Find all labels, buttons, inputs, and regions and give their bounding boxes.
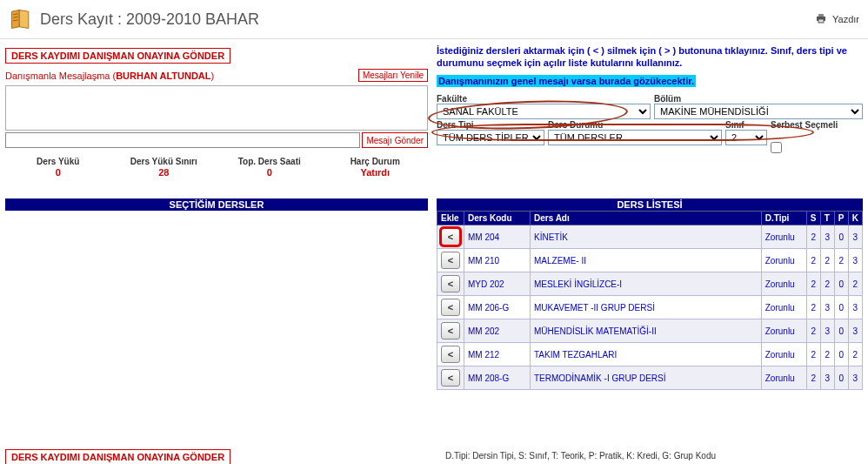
course-t: 3: [820, 296, 834, 319]
course-code: MYD 202: [464, 272, 531, 296]
course-code: MM 206-G: [464, 296, 531, 319]
course-type: Zorunlu: [761, 319, 806, 343]
message-input[interactable]: [5, 132, 360, 148]
course-name: MÜHENDİSLİK MATEMATİĞİ-II: [531, 319, 762, 343]
course-t: 2: [820, 272, 834, 296]
submit-to-advisor-button[interactable]: DERS KAYDIMI DANIŞMAN ONAYINA GÖNDER: [5, 48, 230, 64]
selected-courses-header: SEÇTİĞİM DERSLER: [5, 198, 428, 211]
course-list-header: DERS LİSTESİ: [437, 198, 863, 211]
add-course-button[interactable]: <: [441, 228, 460, 245]
status-label: Ders Durumu: [548, 120, 722, 130]
course-table: Ekle Ders Kodu Ders Adı D.Tipi S T P K <…: [437, 211, 863, 390]
course-s: 2: [806, 296, 820, 319]
col-s: S: [806, 212, 820, 225]
course-type: Zorunlu: [761, 296, 806, 319]
type-select[interactable]: TÜM DERS TİPLERİ: [437, 130, 544, 145]
course-type: Zorunlu: [761, 249, 806, 272]
book-icon: [9, 7, 33, 31]
course-s: 2: [806, 272, 820, 296]
col-code: Ders Kodu: [464, 212, 531, 225]
year-select[interactable]: 2: [725, 130, 767, 145]
course-s: 2: [806, 319, 820, 343]
load-label: Ders Yükü: [5, 157, 111, 166]
course-s: 2: [806, 225, 820, 249]
course-s: 2: [806, 343, 820, 366]
col-type: D.Tipi: [761, 212, 806, 225]
selected-courses-area: [5, 211, 428, 420]
course-k: 3: [848, 319, 862, 343]
course-k: 2: [848, 343, 862, 366]
elective-label: Serbest Seçmeli: [771, 120, 863, 130]
add-course-button[interactable]: <: [441, 299, 460, 316]
course-name: MUKAVEMET -II GRUP DERSİ: [531, 296, 762, 319]
course-k: 3: [848, 296, 862, 319]
table-row: <MM 202MÜHENDİSLİK MATEMATİĞİ-IIZorunlu2…: [437, 319, 863, 343]
course-t: 3: [820, 225, 834, 249]
course-t: 3: [820, 366, 834, 390]
col-p: P: [834, 212, 848, 225]
course-k: 3: [848, 225, 862, 249]
advisor-name: BURHAN ALTUNDAL: [116, 71, 210, 81]
add-course-button[interactable]: <: [441, 322, 460, 340]
send-message-button[interactable]: Mesajı Gönder: [362, 132, 428, 148]
limit-value: 28: [111, 167, 217, 178]
hours-label: Top. Ders Saati: [217, 157, 323, 166]
course-p: 0: [834, 296, 848, 319]
table-row: <MM 212TAKIM TEZGAHLARIZorunlu2202: [437, 343, 863, 366]
add-course-button[interactable]: <: [441, 346, 460, 363]
dept-select[interactable]: MAKİNE MÜHENDİSLİĞİ: [654, 104, 863, 119]
course-p: 0: [834, 343, 848, 366]
course-k: 2: [848, 272, 862, 296]
refresh-messages-button[interactable]: Mesajları Yenile: [358, 69, 428, 82]
course-s: 2: [806, 249, 820, 272]
status-select[interactable]: TÜM DERSLER: [548, 130, 722, 145]
page-title: Ders Kayıt : 2009-2010 BAHAR: [40, 10, 815, 29]
course-type: Zorunlu: [761, 366, 806, 390]
course-code: MM 212: [464, 343, 531, 366]
table-row: <MYD 202MESLEKİ İNGİLİZCE-IZorunlu2202: [437, 272, 863, 296]
course-t: 2: [820, 249, 834, 272]
col-t: T: [820, 212, 834, 225]
legend-text: D.Tipi: Dersin Tipi, S: Sınıf, T: Teorik…: [445, 446, 863, 464]
add-course-button[interactable]: <: [441, 252, 460, 269]
col-add: Ekle: [437, 212, 464, 225]
course-t: 3: [820, 319, 834, 343]
add-course-button[interactable]: <: [441, 275, 460, 293]
course-p: 0: [834, 225, 848, 249]
table-row: <MM 204KİNETİKZorunlu2303: [437, 225, 863, 249]
elective-checkbox[interactable]: [771, 142, 782, 153]
course-name: KİNETİK: [531, 225, 762, 249]
limit-label: Ders Yükü Sınırı: [111, 157, 217, 166]
course-code: MM 208-G: [464, 366, 531, 390]
course-t: 2: [820, 343, 834, 366]
course-s: 2: [806, 366, 820, 390]
messages-display: [5, 85, 428, 131]
print-button[interactable]: Yazdır: [815, 13, 859, 25]
advisor-label: Danışmanla Mesajlaşma (: [5, 71, 116, 81]
course-name: MALZEME- II: [531, 249, 762, 272]
hours-value: 0: [217, 167, 323, 178]
course-k: 3: [848, 249, 862, 272]
add-course-button[interactable]: <: [441, 369, 460, 387]
instructions-text: İstediğiniz dersleri aktarmak için ( < )…: [437, 44, 863, 70]
course-type: Zorunlu: [761, 343, 806, 366]
course-type: Zorunlu: [761, 225, 806, 249]
table-row: <MM 206-GMUKAVEMET -II GRUP DERSİZorunlu…: [437, 296, 863, 319]
svg-rect-2: [818, 19, 824, 23]
col-k: K: [848, 212, 862, 225]
submit-to-advisor-button-bottom[interactable]: DERS KAYDIMI DANIŞMAN ONAYINA GÖNDER: [5, 449, 230, 464]
course-code: MM 210: [464, 249, 531, 272]
fee-value: Yatırdı: [323, 167, 429, 178]
course-k: 3: [848, 366, 862, 390]
faculty-select[interactable]: SANAL FAKÜLTE: [437, 104, 651, 119]
table-row: <MM 208-GTERMODİNAMİK -I GRUP DERSİZorun…: [437, 366, 863, 390]
svg-rect-1: [818, 14, 824, 17]
year-label: Sınıf: [725, 120, 767, 130]
course-p: 0: [834, 366, 848, 390]
fee-label: Harç Durum: [323, 157, 429, 166]
course-p: 0: [834, 272, 848, 296]
table-row: <MM 210MALZEME- IIZorunlu2223: [437, 249, 863, 272]
col-name: Ders Adı: [531, 212, 762, 225]
advisor-message-placeholder: Danışmanınızın genel mesajı varsa burada…: [437, 75, 696, 87]
course-name: MESLEKİ İNGİLİZCE-I: [531, 272, 762, 296]
